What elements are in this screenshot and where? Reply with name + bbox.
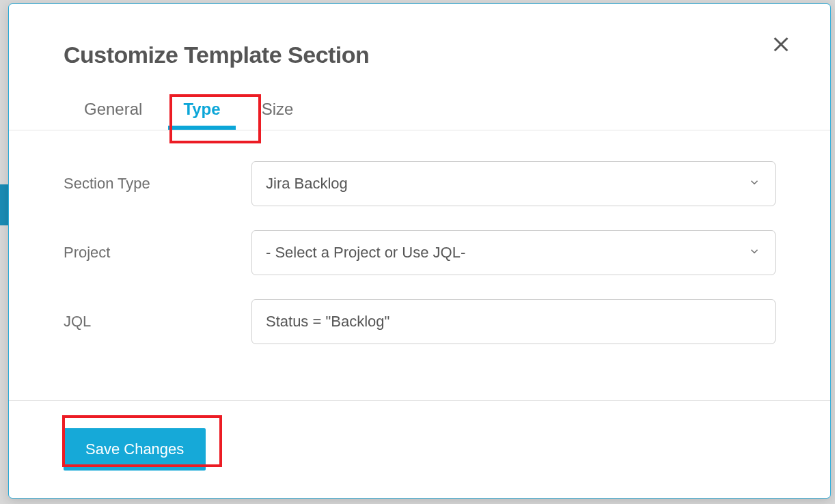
- close-button[interactable]: [767, 31, 795, 59]
- jql-input-wrap: [251, 299, 776, 344]
- project-value: - Select a Project or Use JQL-: [266, 244, 465, 262]
- row-jql: JQL: [64, 299, 776, 344]
- section-type-select[interactable]: Jira Backlog: [251, 161, 776, 206]
- tab-size[interactable]: Size: [241, 89, 314, 130]
- row-project: Project - Select a Project or Use JQL-: [64, 230, 776, 275]
- row-section-type: Section Type Jira Backlog: [64, 161, 776, 206]
- modal-footer: Save Changes: [9, 400, 830, 498]
- section-type-label: Section Type: [64, 175, 251, 193]
- tab-bar: General Type Size: [9, 68, 830, 130]
- section-type-value: Jira Backlog: [266, 175, 348, 193]
- customize-template-modal: Customize Template Section General Type …: [8, 3, 831, 499]
- project-select-wrap: - Select a Project or Use JQL-: [251, 230, 776, 275]
- section-type-select-wrap: Jira Backlog: [251, 161, 776, 206]
- save-changes-button[interactable]: Save Changes: [64, 428, 206, 471]
- jql-label: JQL: [64, 313, 251, 331]
- close-icon: [771, 35, 791, 56]
- project-label: Project: [64, 244, 251, 262]
- tab-type[interactable]: Type: [163, 89, 241, 130]
- tab-general[interactable]: General: [64, 89, 163, 130]
- jql-input[interactable]: [251, 299, 776, 344]
- project-select[interactable]: - Select a Project or Use JQL-: [251, 230, 776, 275]
- modal-header: Customize Template Section: [9, 4, 830, 68]
- modal-title: Customize Template Section: [64, 42, 776, 68]
- form-area: Section Type Jira Backlog Project - Sele…: [9, 130, 830, 400]
